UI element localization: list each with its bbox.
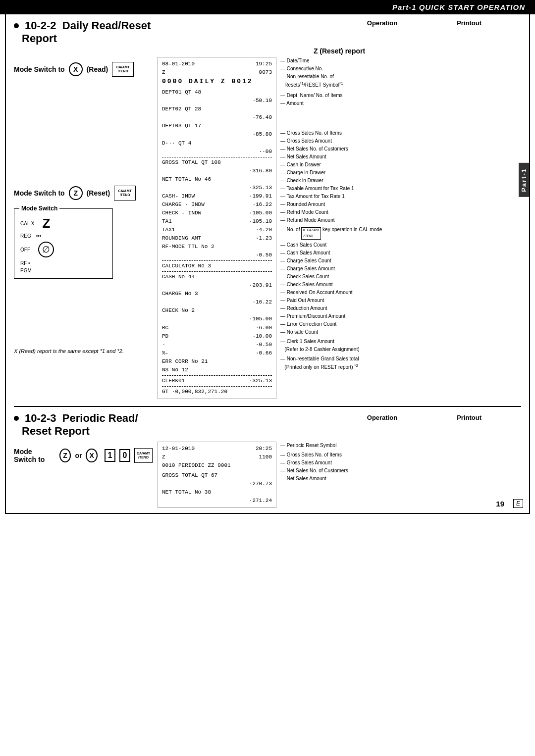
annotations-col: — Date/Time — Consecutive No. — Non-rese… <box>279 57 382 371</box>
mode-s2-z: Z <box>59 449 71 462</box>
mode-z-big: Z <box>43 216 51 231</box>
mode-reset-paren: (Reset) <box>87 189 110 197</box>
section-1023: 10-2-3 Periodic Read/ Reset Report Opera… <box>14 412 521 508</box>
e-label: E <box>513 499 523 508</box>
header-title: Part-1 QUICK START OPERATION <box>392 3 525 11</box>
rf-label: RF • <box>20 260 30 266</box>
key-0: 0 <box>119 449 130 462</box>
print-label-2: Printout <box>457 414 482 421</box>
section-number-title: 10-2-2 Daily Read/Reset <box>25 19 151 32</box>
pgm-label: PGM <box>20 268 32 273</box>
key-ca-amt-1: CA/AMT/TEND <box>112 62 134 77</box>
key-1: 1 <box>105 449 115 462</box>
reg-dots: ••• <box>36 233 42 239</box>
mode-read-label: Mode Switch to <box>14 65 65 73</box>
header-bar: Part-1 QUICK START OPERATION <box>0 0 535 14</box>
op-label: Operation <box>367 19 397 27</box>
cal-x-label: CAL X <box>20 221 35 226</box>
mode-read-circle: X <box>69 62 83 76</box>
section2-title: 10-2-3 Periodic Read/ <box>25 412 138 425</box>
section2-bullet <box>14 416 19 421</box>
section-1022: 10-2-2 Daily Read/Reset Report Operation… <box>14 19 521 399</box>
mode-switch-title: Mode Switch <box>19 205 59 212</box>
mode-s2-label: Mode Switch to <box>14 448 55 463</box>
key-ca-amt-2: CA/AMT/TEND <box>114 186 136 201</box>
slash-circle: ∅ <box>38 242 54 257</box>
page-number: 19 <box>496 500 504 508</box>
print-label: Printout <box>457 19 482 27</box>
section-bullet <box>14 23 19 28</box>
footnote: X (Read) report is the same except *1 an… <box>14 348 153 354</box>
key-ca-s2: CA/AMT /TEND <box>134 448 153 463</box>
off-label: OFF <box>20 247 30 252</box>
mode-reset-label: Mode Switch to <box>14 189 65 197</box>
daily-line: 0000 DAILY Z 0012 <box>162 78 253 85</box>
reg-label: REG <box>20 233 31 239</box>
printout-box: 08-01-201019:25 Z0073 0000 DAILY Z 0012 … <box>158 57 276 399</box>
op-label-2: Operation <box>367 414 397 421</box>
annotations-col-s2: — Periocic Reset Symbol — Gross Sales No… <box>279 442 348 483</box>
or-text: or <box>75 452 82 459</box>
cal-key-icon: = CA/AMT/TEND <box>301 227 321 239</box>
z-report-title: Z (Reset) report <box>158 47 521 55</box>
mode-reset-circle: Z <box>69 186 83 200</box>
mode-s2-x: X <box>86 449 98 462</box>
mode-read-paren: (Read) <box>87 65 108 73</box>
part1-tab: Part-1 <box>519 163 529 197</box>
printout-box-s2: 12-01-201020:25 Z1100 0010 PERIODIC ZZ 0… <box>158 442 276 508</box>
